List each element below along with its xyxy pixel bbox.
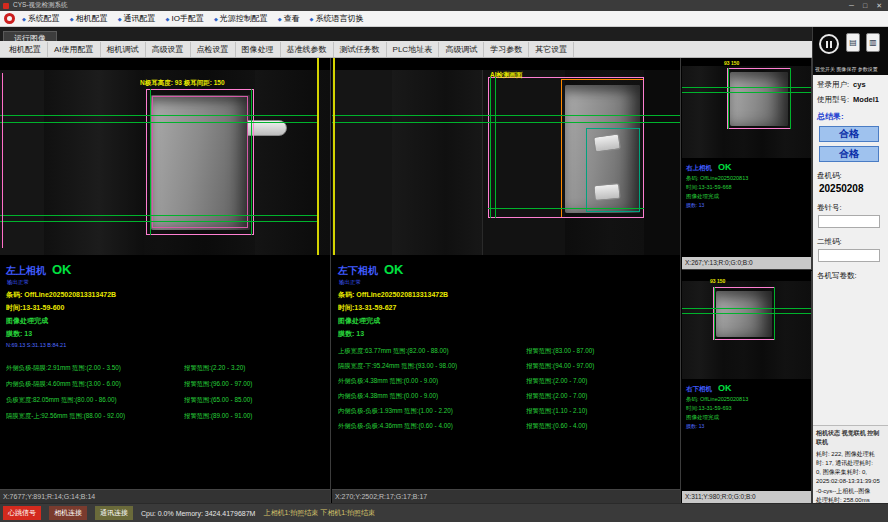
titlebar: CYS-视觉检测系统 ─ □ ✕: [0, 0, 888, 11]
measure-value: 内侧负极:4.38mm 范围:(0.00 - 9.00): [338, 392, 526, 401]
pixel-coord-bar: X:270;Y:2502;R:17;G:17;B:17: [332, 489, 680, 503]
log-panel: 相机状态 视觉联机 控制联机 耗时: 222, 图像处理耗 时: 17, 通讯处…: [813, 425, 888, 503]
measurement-row: 外侧负极-隔膜:2.91mm 范围:(2.00 - 3.50)报警范围:(2.2…: [6, 364, 324, 373]
measure-line-green: [490, 77, 491, 218]
diamond-icon: ◆: [310, 16, 314, 22]
alarm-range: 报警范围:(1.10 - 2.10): [526, 407, 674, 416]
measure-line-green: [0, 221, 317, 222]
user-label: 登录用户:: [817, 80, 849, 90]
camera-views-area: N极耳高度: 93 极耳间距: 150 左上相机 OK 输出正常 条码: Off…: [0, 58, 812, 503]
diamond-icon: ◆: [278, 16, 282, 22]
reference-line-yellow: [317, 58, 319, 255]
toolbar-item-advanced-debug[interactable]: 高级调试: [439, 42, 484, 57]
measure-line-green: [0, 122, 317, 123]
param-settings-button[interactable]: ▥: [866, 33, 880, 52]
measure-value: 负极宽度:82.05mm 范围:(80.00 - 86.00): [6, 396, 184, 405]
status-ok: OK: [52, 262, 72, 277]
roll-count-label: 各机写卷数:: [817, 271, 884, 281]
camera-name: 右下相机: [686, 385, 712, 394]
image-band: [332, 70, 392, 255]
measure-value: 外侧负极-隔膜:2.91mm 范围:(2.00 - 3.50): [6, 364, 184, 373]
result-label: 总结果:: [817, 111, 884, 122]
barcode-line: 条码: OffLine2025020813313472B: [338, 290, 674, 300]
alarm-range: 报警范围:(96.00 - 97.00): [184, 380, 324, 389]
toolbar-item-advanced-settings[interactable]: 高级设置: [146, 42, 191, 57]
menu-item-system-config[interactable]: ◆系统配置: [22, 13, 60, 24]
toolbar-item-ai-config[interactable]: AI使用配置: [48, 42, 101, 57]
toolbar-item-image-processing[interactable]: 图像处理: [236, 42, 281, 57]
close-button[interactable]: ✕: [876, 0, 882, 11]
toolbar-item-other-settings[interactable]: 其它设置: [529, 42, 574, 57]
roi-rect-pink: [727, 68, 791, 129]
toolbar-item-camera-debug[interactable]: 相机调试: [101, 42, 146, 57]
menu-item-view[interactable]: ◆查看: [278, 13, 300, 24]
toolbar-item-camera-config[interactable]: 相机配置: [3, 42, 48, 57]
measure-line-green: [0, 215, 317, 216]
roi-rect-teal: [586, 128, 640, 212]
window-title: CYS-视觉检测系统: [13, 1, 68, 10]
camera-status-badge: 相机连接: [49, 506, 87, 520]
info-panel: 登录用户: cys 使用型号: Model1 总结果: 合格 合格 盘机码: 2…: [813, 75, 888, 286]
toolbar-item-test-tasks[interactable]: 测试任务数: [334, 42, 387, 57]
status-bar: 心跳信号 相机连接 通讯连接 Cpu: 0.0% Memory: 3424.41…: [0, 503, 888, 522]
minimize-button[interactable]: ─: [849, 0, 854, 11]
done-line: 图像处理完成: [686, 193, 807, 200]
done-line: 图像处理完成: [338, 316, 674, 326]
reference-line-pink: [2, 73, 3, 248]
image-band: [0, 70, 44, 255]
done-line: 图像处理完成: [6, 316, 324, 326]
camera-view-right-top[interactable]: 93 150 右上相机 OK 条码: OffLine2025020813 时间:…: [682, 58, 812, 270]
camera-view-right-bottom[interactable]: 93 150 右下相机 OK 条码: OffLine2025020813 时间:…: [682, 271, 812, 503]
measure-line-green: [774, 287, 775, 340]
toolbar-item-learning-params[interactable]: 学习参数: [484, 42, 529, 57]
menubar: ◆系统配置 ◆相机配置 ◆通讯配置 ◆IO手配置 ◆光源控制配置 ◆查看 ◆系统…: [0, 11, 888, 27]
toolbar-item-spot-check[interactable]: 点检设置: [191, 42, 236, 57]
camera-view-left-top[interactable]: N极耳高度: 93 极耳间距: 150 左上相机 OK 输出正常 条码: Off…: [0, 58, 331, 503]
image-save-button[interactable]: ▤: [846, 33, 860, 52]
measure-line-green: [251, 89, 252, 235]
tab-measure-label: N极耳高度: 93 极耳间距: 150: [140, 79, 225, 88]
pause-button[interactable]: [819, 34, 839, 54]
camera-view-left-bottom[interactable]: AI检测画面 左下相机 OK 输出正常 条码: OffLine202502081…: [332, 58, 681, 503]
measurement-rows: 上极宽度:63.77mm 范围:(82.00 - 88.00)报警范围:(83.…: [338, 347, 674, 431]
menu-label: 查看: [284, 13, 300, 24]
measure-line-green: [495, 77, 496, 218]
menu-item-light-control-config[interactable]: ◆光源控制配置: [214, 13, 268, 24]
log-line: -0-cys--上相机--图像: [816, 487, 885, 496]
qr-value-box[interactable]: [818, 249, 880, 262]
image-band: [682, 58, 811, 66]
measure-value: 隔膜宽度-下:95.24mm 范围:(93.00 - 98.00): [338, 362, 526, 371]
pause-icon: [830, 41, 832, 48]
measure-line-green: [714, 287, 715, 340]
image-band: [682, 271, 811, 281]
alarm-range: 报警范围:(83.00 - 87.00): [526, 347, 674, 356]
count-line: 膜数: 13: [338, 329, 674, 339]
barcode-line: 条码: OffLine2025020813: [686, 396, 807, 403]
pin-value-box[interactable]: [818, 215, 880, 228]
time-line: 时间:13-31-59-693: [686, 405, 807, 412]
status-sub: 输出正常: [7, 279, 324, 286]
measurement-row: 外侧负极-负极:4.36mm 范围:(0.60 - 4.00)报警范围:(0.6…: [338, 422, 674, 431]
camera-name: 左下相机: [338, 264, 378, 278]
toolbar-item-plc-address[interactable]: PLC地址表: [387, 42, 440, 57]
menu-item-language-switch[interactable]: ◆系统语言切换: [310, 13, 364, 24]
pause-icon: [826, 41, 828, 48]
camera-image-left-top: N极耳高度: 93 极耳间距: 150: [0, 58, 330, 255]
status-ok: OK: [718, 383, 732, 393]
menu-item-camera-config[interactable]: ◆相机配置: [70, 13, 108, 24]
measurement-row: 负极宽度:82.05mm 范围:(80.00 - 86.00)报警范围:(65.…: [6, 396, 324, 405]
measurement-row: 内侧负极:4.38mm 范围:(0.00 - 9.00)报警范围:(2.00 -…: [338, 392, 674, 401]
ai-view-label: AI检测画面: [490, 71, 523, 80]
measurement-row: 上极宽度:63.77mm 范围:(82.00 - 88.00)报警范围:(83.…: [338, 347, 674, 356]
menu-item-comm-config[interactable]: ◆通讯配置: [118, 13, 156, 24]
measure-line-green: [682, 92, 811, 93]
user-value: cys: [853, 80, 866, 90]
toolbar-item-baseline-params[interactable]: 基准线参数: [281, 42, 334, 57]
measurement-row: 隔膜宽度-下:95.24mm 范围:(93.00 - 98.00)报警范围:(9…: [338, 362, 674, 371]
status-ok: OK: [718, 162, 732, 172]
menu-item-io-config[interactable]: ◆IO手配置: [166, 13, 204, 24]
log-header: 相机状态 视觉联机 控制联机: [816, 429, 885, 448]
model-value: Model1: [853, 95, 879, 105]
maximize-button[interactable]: □: [863, 0, 867, 11]
app-icon: [3, 3, 9, 9]
